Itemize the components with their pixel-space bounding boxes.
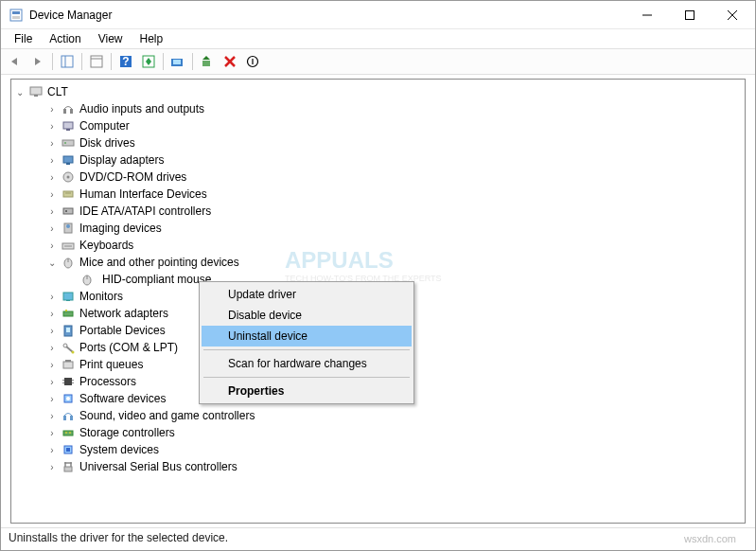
svg-rect-34 [63, 208, 73, 214]
watermark-text: wsxdn.com [684, 533, 736, 544]
back-button[interactable] [5, 51, 26, 72]
tree-category[interactable]: ›Imaging devices [13, 220, 743, 237]
disable-button[interactable] [242, 51, 263, 72]
tree-category[interactable]: ›Disk drives [13, 134, 743, 151]
expand-icon[interactable]: › [45, 358, 59, 371]
tree-root[interactable]: ⌄ CLT [13, 83, 743, 100]
svg-rect-52 [63, 362, 73, 368]
tree-category[interactable]: ›DVD/CD-ROM drives [13, 169, 743, 186]
toolbar-separator [81, 53, 82, 70]
expand-icon[interactable]: › [45, 443, 59, 456]
uninstall-button[interactable] [220, 51, 240, 72]
expand-spacer [64, 273, 78, 286]
expand-icon[interactable]: › [45, 375, 59, 388]
update-driver-button[interactable] [197, 51, 218, 72]
svg-rect-25 [66, 129, 70, 131]
expand-icon[interactable]: › [45, 222, 59, 235]
expand-icon[interactable]: › [45, 136, 59, 150]
expand-icon[interactable]: › [45, 460, 59, 473]
ctx-scan-hardware[interactable]: Scan for hardware changes [202, 353, 412, 374]
menu-file[interactable]: File [7, 30, 40, 47]
close-button[interactable] [711, 1, 753, 28]
expand-icon[interactable]: › [45, 392, 59, 405]
svg-rect-53 [65, 360, 71, 362]
expand-icon[interactable]: › [45, 204, 59, 218]
expand-icon[interactable]: › [45, 341, 59, 354]
expand-icon[interactable]: › [45, 290, 59, 303]
tree-category[interactable]: ›Audio inputs and outputs [13, 100, 743, 117]
ctx-uninstall-device[interactable]: Uninstall device [202, 326, 412, 347]
tree-category[interactable]: ›Human Interface Devices [13, 186, 743, 203]
context-menu: Update driver Disable device Uninstall d… [199, 281, 414, 404]
svg-rect-45 [66, 300, 70, 301]
menu-view[interactable]: View [91, 30, 131, 47]
tree-category[interactable]: ›Computer [13, 117, 743, 134]
tree-item-label: Print queues [79, 358, 143, 371]
svg-point-69 [64, 462, 66, 464]
minimize-button[interactable] [625, 1, 668, 28]
expand-icon[interactable]: › [45, 153, 59, 167]
svg-point-27 [64, 142, 66, 144]
tree-category[interactable]: ›System devices [13, 441, 743, 458]
toolbar-separator [111, 53, 112, 70]
properties-button[interactable] [86, 51, 107, 72]
mouse-icon [79, 272, 95, 287]
ctx-update-driver[interactable]: Update driver [202, 284, 412, 305]
device-tree[interactable]: ⌄ CLT ›Audio inputs and outputs›Computer… [11, 80, 745, 479]
expand-icon[interactable]: › [45, 409, 59, 422]
tree-item-label: Imaging devices [79, 222, 162, 235]
toolbar: ? [1, 48, 755, 75]
tree-category[interactable]: ›Storage controllers [13, 424, 743, 441]
expand-icon[interactable]: › [45, 187, 59, 201]
tree-category[interactable]: ›Display adapters [13, 151, 743, 169]
ctx-separator [203, 377, 410, 378]
category-icon [61, 101, 76, 116]
svg-rect-54 [64, 378, 72, 385]
category-icon [61, 152, 76, 168]
tree-category[interactable]: ›Universal Serial Bus controllers [13, 458, 743, 475]
help-button[interactable]: ? [115, 51, 136, 72]
ctx-disable-device[interactable]: Disable device [202, 305, 412, 326]
tree-category[interactable]: ⌄Mice and other pointing devices [13, 254, 743, 271]
svg-rect-9 [91, 56, 102, 67]
tree-item-label: Sound, video and game controllers [79, 409, 255, 422]
svg-rect-67 [66, 448, 70, 452]
expand-icon[interactable]: › [45, 102, 59, 116]
expand-icon[interactable]: ⌄ [13, 85, 26, 98]
tree-item-label: Monitors [79, 290, 123, 303]
ctx-properties[interactable]: Properties [202, 381, 412, 401]
ctx-separator [203, 349, 410, 350]
expand-icon[interactable]: › [45, 307, 59, 320]
svg-rect-15 [173, 60, 181, 64]
expand-icon[interactable]: › [45, 239, 59, 252]
expand-icon[interactable]: › [45, 119, 59, 133]
show-hide-tree-button[interactable] [57, 51, 78, 72]
tree-item-label: Disk drives [79, 136, 135, 150]
action-button[interactable] [138, 51, 159, 72]
tree-item-label: Universal Serial Bus controllers [79, 460, 237, 473]
svg-point-51 [72, 351, 75, 354]
tree-category[interactable]: ›Keyboards [13, 237, 743, 254]
maximize-button[interactable] [668, 1, 711, 28]
tree-item-label: Ports (COM & LPT) [79, 341, 178, 354]
tree-item-label: Mice and other pointing devices [79, 256, 239, 269]
svg-rect-55 [62, 380, 64, 381]
svg-rect-4 [685, 10, 694, 19]
expand-icon[interactable]: › [45, 426, 59, 439]
tree-category[interactable]: ›IDE ATA/ATAPI controllers [13, 203, 743, 220]
menu-action[interactable]: Action [42, 30, 88, 47]
category-icon [61, 135, 76, 151]
tree-category[interactable]: ›Sound, video and game controllers [13, 407, 743, 424]
tree-item-label: IDE ATA/ATAPI controllers [79, 204, 211, 218]
category-icon [61, 306, 76, 321]
menu-help[interactable]: Help [132, 30, 171, 47]
scan-hardware-button[interactable] [167, 51, 188, 72]
expand-icon[interactable]: ⌄ [45, 256, 59, 269]
svg-rect-21 [34, 95, 38, 97]
svg-rect-7 [62, 56, 73, 67]
expand-icon[interactable]: › [45, 170, 59, 184]
svg-rect-20 [30, 87, 42, 95]
forward-button[interactable] [27, 51, 48, 72]
expand-icon[interactable]: › [45, 324, 59, 337]
svg-rect-1 [12, 11, 20, 14]
